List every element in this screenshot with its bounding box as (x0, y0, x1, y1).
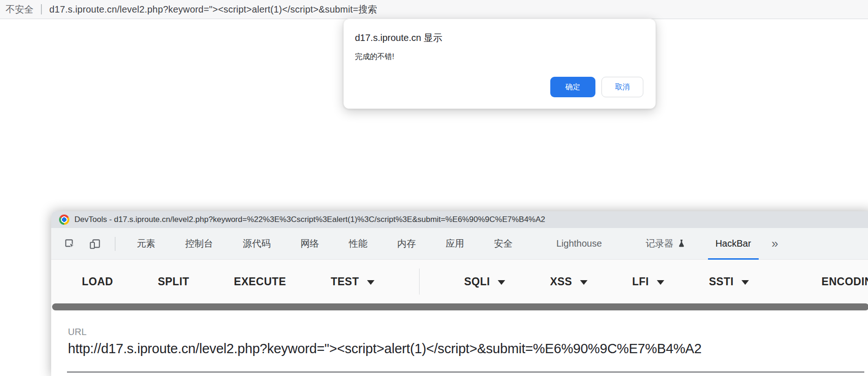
js-alert-dialog: d17.s.iproute.cn 显示 完成的不错! 确定 取消 (343, 19, 656, 109)
tab-memory[interactable]: 内存 (397, 228, 416, 260)
tab-network[interactable]: 网络 (300, 228, 319, 260)
browser-url-bar[interactable]: 不安全 d17.s.iproute.cn/level2.php?keyword=… (0, 0, 868, 19)
hackbar-url-panel: URL http://d17.s.iproute.cn/level2.php?k… (51, 311, 868, 376)
hackbar-xss-label: XSS (550, 275, 572, 288)
scrollbar-thumb[interactable] (52, 303, 868, 310)
hackbar-divider (419, 269, 420, 295)
url-field-underline (67, 371, 864, 373)
dropdown-caret-icon (657, 280, 664, 285)
url-field-value[interactable]: http://d17.s.iproute.cn/level2.php?keywo… (68, 340, 701, 357)
hackbar-sqli-label: SQLI (464, 275, 490, 288)
hackbar-execute-button[interactable]: EXECUTE (234, 275, 286, 288)
alert-actions: 确定 取消 (550, 77, 643, 97)
tab-lighthouse[interactable]: Lighthouse (556, 228, 602, 260)
hackbar-ssti-menu[interactable]: SSTI (709, 275, 749, 288)
hackbar-toolbar: LOAD SPLIT EXECUTE TEST SQLI XSS L (51, 260, 868, 303)
hackbar-lfi-menu[interactable]: LFI (632, 275, 664, 288)
alert-message: 完成的不错! (355, 52, 643, 62)
more-tabs-button[interactable]: » (772, 236, 778, 251)
hackbar-encoding-menu[interactable]: ENCODING (821, 275, 868, 288)
tabbar-divider (115, 237, 115, 251)
hackbar-lfi-label: LFI (632, 275, 649, 288)
confirm-button[interactable]: 确定 (550, 77, 595, 97)
alert-title: d17.s.iproute.cn 显示 (355, 31, 643, 44)
tab-console[interactable]: 控制台 (185, 228, 213, 260)
devtools-window: DevTools - d17.s.iproute.cn/level2.php?k… (51, 211, 868, 376)
dropdown-caret-icon (498, 280, 505, 285)
cancel-button[interactable]: 取消 (601, 77, 643, 97)
screen: 不安全 d17.s.iproute.cn/level2.php?keyword=… (0, 0, 868, 376)
tab-recorder-label: 记录器 (646, 237, 674, 250)
devtools-window-title: DevTools - d17.s.iproute.cn/level2.php?k… (74, 215, 545, 224)
tab-performance[interactable]: 性能 (349, 228, 367, 260)
chrome-logo-icon (59, 215, 69, 225)
hackbar-split-label: SPLIT (158, 275, 189, 288)
hackbar-test-label: TEST (331, 275, 359, 288)
hackbar-load-button[interactable]: LOAD (82, 275, 113, 288)
page-url-text: d17.s.iproute.cn/level2.php?keyword="><s… (49, 3, 377, 16)
horizontal-scrollbar[interactable] (51, 303, 868, 311)
tab-hackbar[interactable]: HackBar (715, 228, 751, 260)
devtools-tab-bar: 元素 控制台 源代码 网络 性能 内存 应用 安全 Lighthouse 记录器… (51, 228, 868, 260)
inspect-element-icon[interactable] (64, 238, 76, 250)
url-bar-divider (41, 4, 42, 14)
security-label: 不安全 (6, 3, 33, 16)
flask-icon (677, 239, 686, 249)
device-toolbar-icon[interactable] (89, 238, 101, 250)
tab-application[interactable]: 应用 (446, 228, 464, 260)
tab-security[interactable]: 安全 (494, 228, 513, 260)
hackbar-test-menu[interactable]: TEST (331, 275, 374, 288)
hackbar-encoding-label: ENCODING (821, 275, 868, 288)
dropdown-caret-icon (741, 280, 749, 285)
hackbar-execute-label: EXECUTE (234, 275, 286, 288)
dropdown-caret-icon (580, 280, 588, 285)
url-field-label: URL (68, 327, 87, 337)
tab-sources[interactable]: 源代码 (243, 228, 271, 260)
tab-elements[interactable]: 元素 (137, 228, 155, 260)
dropdown-caret-icon (367, 280, 374, 285)
hackbar-sqli-menu[interactable]: SQLI (464, 275, 506, 288)
devtools-titlebar[interactable]: DevTools - d17.s.iproute.cn/level2.php?k… (51, 211, 868, 228)
hackbar-split-button[interactable]: SPLIT (158, 275, 189, 288)
hackbar-xss-menu[interactable]: XSS (550, 275, 588, 288)
hackbar-load-label: LOAD (82, 275, 113, 288)
hackbar-ssti-label: SSTI (709, 275, 734, 288)
tab-recorder[interactable]: 记录器 (646, 228, 686, 260)
